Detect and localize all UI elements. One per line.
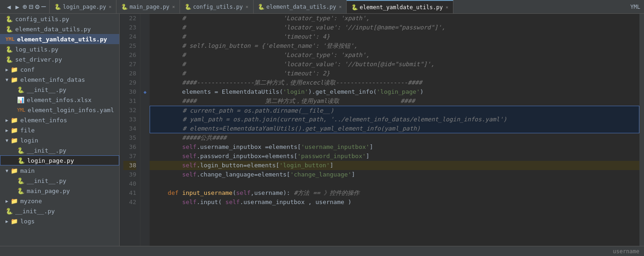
sidebar-item-init1[interactable]: 🐍 __init__.py <box>0 85 119 95</box>
code-line-38: self.login_button=elements['login_button… <box>150 161 639 170</box>
sidebar: 🐍 config_utils.py 🐍 element_data_utils.p… <box>0 14 120 246</box>
sidebar-item-init-login[interactable]: 🐍 __init__.py <box>0 145 119 155</box>
sidebar-item-config-utils[interactable]: 🐍 config_utils.py <box>0 14 119 24</box>
folder-icon: 📁 <box>11 218 18 225</box>
tab-element-data-utils[interactable]: 🐍 element_data_utils.py ✕ <box>254 0 347 13</box>
sidebar-item-element-login-yaml[interactable]: YML element_login_infos.yaml <box>0 105 119 115</box>
sidebar-item-set-driver[interactable]: 🐍 set_driver.py <box>0 54 119 64</box>
tab-close-elemdata[interactable]: ✕ <box>339 4 342 9</box>
folder-arrow: ▼ <box>6 138 8 143</box>
minimize-icon: ─ <box>41 2 46 11</box>
sidebar-label: element_login_infos.yaml <box>28 107 114 114</box>
file-icon-xlsx: 📊 <box>17 97 24 103</box>
sidebar-item-element-info-datas[interactable]: ▼ 📁 element_info_datas <box>0 74 119 85</box>
sidebar-label: config_utils.py <box>15 16 69 23</box>
forward-icon[interactable]: ▶ <box>14 2 20 11</box>
sidebar-item-myzone[interactable]: ▶ 📁 myzone <box>0 196 119 206</box>
file-icon-config: 🐍 <box>185 4 191 10</box>
tab-config-utils[interactable]: 🐍 config_utils.py ✕ <box>180 0 253 13</box>
sidebar-label: login <box>20 137 38 144</box>
code-line-41: def input_username(self,username): #方法 =… <box>150 188 639 198</box>
file-icon: 🐍 <box>17 86 24 93</box>
code-line-27: # 'locator_value': '//button[@id="submit… <box>150 60 639 69</box>
code-line-36: self.username_inputbox =elements['userna… <box>150 142 639 152</box>
code-line-23: # 'locator_value': '//input[@name="passw… <box>150 23 639 32</box>
toolbar-left: ◀ ▶ ⊕ ⊟ ⚙ ─ <box>2 0 50 13</box>
main-area: 🐍 config_utils.py 🐍 element_data_utils.p… <box>0 14 644 246</box>
code-lines[interactable]: # 'Locator_type': 'xpath', # 'locator_va… <box>150 14 639 246</box>
folder-icon: 📁 <box>11 198 18 205</box>
tab-label-login: login_page.py <box>63 4 106 10</box>
file-icon: 🐍 <box>6 208 13 215</box>
folder-icon: 📁 <box>11 66 18 73</box>
sidebar-label: log_utils.py <box>15 46 58 53</box>
tab-main-page[interactable]: 🐍 main_page.py ✕ <box>116 0 180 13</box>
split-icon: ⊟ <box>29 2 34 11</box>
sidebar-label: __init__.py <box>27 86 66 93</box>
sidebar-item-login[interactable]: ▼ 📁 login <box>0 135 119 145</box>
tab-close-config[interactable]: ✕ <box>246 4 249 9</box>
sidebar-item-file[interactable]: ▶ 📁 file <box>0 125 119 135</box>
sidebar-item-element-infos-xlsx[interactable]: 📊 element_infos.xlsx <box>0 95 119 105</box>
folder-icon: 📁 <box>11 117 18 124</box>
file-icon: 🐍 <box>6 56 13 63</box>
file-icon-main: 🐍 <box>121 4 128 10</box>
sidebar-item-elem-data[interactable]: 🐍 element_data_utils.py <box>0 24 119 34</box>
code-line-32: # current_path = os.path.dirname(__file_… <box>150 106 639 115</box>
tab-spacer <box>453 0 627 13</box>
sidebar-item-init-root[interactable]: 🐍 __init__.py <box>0 206 119 216</box>
folder-icon: 📁 <box>11 127 18 134</box>
tab-bar: ◀ ▶ ⊕ ⊟ ⚙ ─ 🐍 login_page.py ✕ 🐍 main_pag… <box>0 0 644 14</box>
sidebar-label: main <box>20 167 35 174</box>
tab-login-page[interactable]: 🐍 login_page.py ✕ <box>50 0 116 13</box>
file-icon-login-page: 🐍 <box>17 157 25 164</box>
code-container[interactable]: 22232425262728 29303132333435 36373839 4… <box>120 14 644 246</box>
status-bar: username <box>0 246 644 256</box>
sidebar-item-log-utils[interactable]: 🐍 log_utils.py <box>0 44 119 54</box>
sidebar-item-element-infos[interactable]: ▶ 📁 element_infos <box>0 115 119 125</box>
sidebar-item-logs[interactable]: ▶ 📁 logs <box>0 216 119 226</box>
code-line-42: self.input( self.username_inputbox , use… <box>150 198 639 207</box>
tab-label-config: config_utils.py <box>193 4 243 10</box>
sidebar-item-main-page[interactable]: 🐍 main_page.py <box>0 186 119 196</box>
sidebar-item-init-main[interactable]: 🐍 __init__.py <box>0 176 119 186</box>
tab-label-elemdata: element_data_utils.py <box>267 4 337 10</box>
sidebar-item-main[interactable]: ▼ 📁 main <box>0 165 119 176</box>
folder-arrow: ▶ <box>6 199 8 204</box>
code-line-33: # yaml_path = os.path.join(current_path,… <box>150 115 639 124</box>
folder-icon: 📁 <box>11 137 18 144</box>
settings-icon: ⚙ <box>35 2 40 11</box>
file-icon: 🐍 <box>6 46 13 53</box>
tab-label-main: main_page.py <box>129 4 169 10</box>
tab-close-yaml[interactable]: ✕ <box>446 5 448 10</box>
file-icon-yaml2: YML <box>17 108 25 113</box>
sidebar-item-login-page[interactable]: 🐍 login_page.py <box>0 155 119 165</box>
sidebar-label: set_driver.py <box>15 56 62 63</box>
file-icon-login: 🐍 <box>54 4 61 10</box>
folder-arrow: ▶ <box>6 67 8 72</box>
code-line-37: self.password_inputbox=elements['passwor… <box>150 152 639 161</box>
code-line-26: # 'Locator_type': 'xpath', <box>150 51 639 60</box>
tab-element-yaml-utils[interactable]: 🐍 element_yamldate_utils.py ✕ <box>347 0 453 13</box>
sidebar-item-yaml-utils[interactable]: YML element_yamldate_utils.py <box>0 34 119 44</box>
tab-close-main[interactable]: ✕ <box>172 4 175 9</box>
sidebar-label: main_page.py <box>27 188 70 194</box>
folder-arrow: ▼ <box>6 77 8 82</box>
folder-icon: 📁 <box>11 76 18 83</box>
tab-close-login[interactable]: ✕ <box>109 4 111 9</box>
gutter: ◆ <box>140 14 150 246</box>
sidebar-label: login_page.py <box>27 157 74 164</box>
code-line-29: ####----------------第二种方式，使用excecl读取----… <box>150 78 639 87</box>
code-line-28: # 'timeout': 2} <box>150 69 639 78</box>
sidebar-label: element_info_datas <box>20 76 85 83</box>
file-icon: 🐍 <box>17 147 24 154</box>
sidebar-label: conf <box>20 66 35 73</box>
sidebar-label: element_infos <box>20 117 67 124</box>
file-icon: 🐍 <box>17 177 24 184</box>
sidebar-label: __init__.py <box>27 177 66 184</box>
scrollbar[interactable] <box>639 14 644 246</box>
back-icon[interactable]: ◀ <box>6 2 12 11</box>
sidebar-item-conf[interactable]: ▶ 📁 conf <box>0 64 119 74</box>
code-line-30: elements = ElementdataUtils('login').get… <box>150 87 639 97</box>
line-numbers: 22232425262728 29303132333435 36373839 4… <box>120 14 140 246</box>
